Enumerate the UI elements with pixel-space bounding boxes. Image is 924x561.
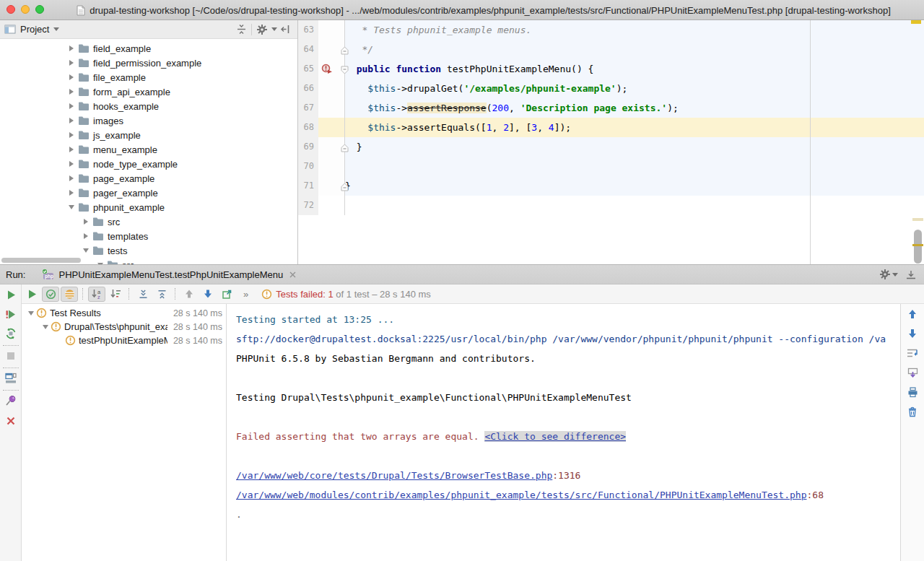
hide-panel-icon[interactable] bbox=[905, 269, 917, 280]
fold-marker-up[interactable] bbox=[341, 45, 349, 58]
code-line-64[interactable]: 64 */ bbox=[298, 40, 924, 59]
rerun-failed-icon[interactable] bbox=[5, 308, 17, 320]
chevron-right-icon[interactable] bbox=[66, 190, 77, 196]
up-stack-icon[interactable] bbox=[907, 308, 918, 320]
project-tree-item-field_permission_example[interactable]: field_permission_example bbox=[0, 56, 297, 70]
code-line-71[interactable]: 71} bbox=[298, 176, 924, 196]
project-tree-item-form_api_example[interactable]: form_api_example bbox=[0, 84, 297, 99]
zoom-window-button[interactable] bbox=[35, 5, 44, 14]
export-test-results-icon[interactable] bbox=[218, 287, 235, 302]
show-ignored-icon[interactable] bbox=[61, 287, 78, 302]
show-passed-icon[interactable] bbox=[42, 287, 59, 302]
fold-marker-up[interactable] bbox=[341, 142, 349, 155]
minimize-window-button[interactable] bbox=[21, 5, 30, 14]
gear-icon[interactable] bbox=[254, 22, 270, 37]
chevron-right-icon[interactable] bbox=[66, 118, 77, 123]
project-panel-header[interactable]: Project bbox=[0, 20, 297, 39]
chevron-right-icon[interactable] bbox=[81, 219, 91, 225]
rerun-icon[interactable] bbox=[23, 287, 40, 302]
code-line-70[interactable]: 70 bbox=[298, 157, 924, 176]
clear-console-icon[interactable] bbox=[907, 406, 918, 417]
project-tree-item-js_example[interactable]: js_example bbox=[0, 128, 297, 142]
scroll-end-icon[interactable] bbox=[907, 367, 918, 378]
fold-marker-down[interactable] bbox=[341, 64, 349, 77]
print-icon[interactable] bbox=[907, 386, 918, 398]
project-tree-item-pager_example[interactable]: pager_example bbox=[0, 186, 297, 200]
code-line-72[interactable]: 72 bbox=[298, 196, 924, 215]
chevron-right-icon[interactable] bbox=[66, 89, 77, 95]
project-tree-item-templates[interactable]: templates bbox=[0, 229, 297, 243]
console-link[interactable]: /var/www/web/modules/contrib/examples/ph… bbox=[236, 490, 807, 500]
pin-icon[interactable] bbox=[5, 395, 17, 406]
toolbar-overflow-icon[interactable]: » bbox=[243, 289, 248, 300]
auto-test-icon[interactable] bbox=[5, 328, 17, 339]
project-tree: field_examplefield_permission_examplefil… bbox=[0, 39, 297, 264]
gear-icon[interactable] bbox=[879, 269, 898, 280]
prev-failed-icon[interactable] bbox=[180, 287, 198, 302]
project-tree-item-images[interactable]: images bbox=[0, 113, 297, 128]
console-layout-icon[interactable] bbox=[5, 373, 17, 384]
chevron-down-icon[interactable] bbox=[53, 27, 59, 31]
console-link[interactable]: /var/www/web/core/tests/Drupal/Tests/Bro… bbox=[236, 470, 552, 481]
chevron-right-icon[interactable] bbox=[66, 60, 77, 66]
sort-duration-icon[interactable] bbox=[107, 287, 124, 302]
close-icon[interactable] bbox=[289, 271, 297, 279]
error-stripe-mark[interactable] bbox=[911, 20, 921, 24]
close-window-button[interactable] bbox=[6, 5, 15, 14]
test-tree-row[interactable]: Drupal\Tests\phpunit_example\Functional\… bbox=[22, 320, 226, 334]
expand-all-icon[interactable] bbox=[134, 287, 152, 302]
collapse-all-tests-icon[interactable] bbox=[153, 287, 170, 302]
run-configuration-tab[interactable]: php PHPUnitExampleMenuTest.testPhpUnitEx… bbox=[35, 265, 302, 284]
project-tree-item-hooks_example[interactable]: hooks_example bbox=[0, 99, 297, 113]
chevron-right-icon[interactable] bbox=[66, 161, 77, 167]
chevron-down-icon[interactable] bbox=[26, 311, 36, 316]
project-tree-item-node_type_example[interactable]: node_type_example bbox=[0, 157, 297, 171]
down-stack-icon[interactable] bbox=[907, 328, 918, 339]
code-line-66[interactable]: 66 $this->drupalGet('/examples/phpunit-e… bbox=[298, 79, 924, 98]
stop-icon[interactable] bbox=[5, 350, 17, 362]
project-tree-item-src[interactable]: src bbox=[0, 214, 297, 229]
project-tree-item-field_example[interactable]: field_example bbox=[0, 41, 297, 56]
chevron-right-icon[interactable] bbox=[66, 147, 77, 152]
collapse-all-icon[interactable] bbox=[233, 22, 249, 37]
code-line-68[interactable]: 68 $this->assertEquals([1, 2], [3, 4]); bbox=[298, 118, 924, 137]
editor-vertical-scrollbar[interactable] bbox=[914, 230, 922, 264]
console-link[interactable]: <Click to see difference> bbox=[484, 431, 626, 442]
project-tree-item-tests[interactable]: tests bbox=[0, 243, 297, 258]
chevron-right-icon[interactable] bbox=[66, 45, 77, 51]
chevron-down-icon[interactable] bbox=[66, 205, 77, 209]
code-line-67[interactable]: 67 $this->assertResponse(200, 'Descripti… bbox=[298, 98, 924, 118]
chevron-down-icon[interactable] bbox=[40, 325, 51, 329]
sort-alpha-icon[interactable]: az bbox=[88, 287, 105, 302]
project-horizontal-scrollbar[interactable] bbox=[1, 258, 81, 263]
chevron-right-icon[interactable] bbox=[66, 74, 77, 80]
run-console[interactable]: Testing started at 13:25 ...sftp://docke… bbox=[227, 304, 900, 561]
test-tree-row[interactable]: Test Results28 s 140 ms bbox=[22, 306, 226, 320]
gear-dropdown-chevron[interactable] bbox=[271, 27, 277, 31]
test-duration: 28 s 140 ms bbox=[167, 336, 226, 346]
chevron-right-icon[interactable] bbox=[66, 132, 77, 138]
project-tree-item-menu_example[interactable]: menu_example bbox=[0, 142, 297, 157]
project-tree-item-file_example[interactable]: file_example bbox=[0, 70, 297, 84]
project-tree-item-page_example[interactable]: page_example bbox=[0, 171, 297, 186]
next-failed-icon[interactable] bbox=[199, 287, 217, 302]
code-line-65[interactable]: 65 public function testPhpUnitExampleMen… bbox=[298, 59, 924, 79]
test-tree-row[interactable]: testPhpUnitExampleMenu28 s 140 ms bbox=[22, 334, 226, 347]
soft-wrap-icon[interactable] bbox=[907, 347, 918, 359]
code-line-63[interactable]: 63 * Tests phpunit_example menus. bbox=[298, 20, 924, 40]
code-editor[interactable]: 63 * Tests phpunit_example menus.64 */65… bbox=[298, 20, 924, 264]
folder-icon bbox=[78, 173, 90, 183]
tests-failed-count: Tests failed: 1 bbox=[276, 289, 334, 300]
code-line-69[interactable]: 69 } bbox=[298, 137, 924, 157]
chevron-right-icon[interactable] bbox=[66, 175, 77, 181]
hide-panel-icon[interactable] bbox=[277, 22, 293, 37]
fold-marker-up[interactable] bbox=[341, 181, 349, 194]
close-icon[interactable] bbox=[5, 415, 17, 427]
chevron-right-icon[interactable] bbox=[81, 233, 91, 239]
project-tree-item-phpunit_example[interactable]: phpunit_example bbox=[0, 200, 297, 214]
rerun-icon[interactable] bbox=[5, 289, 17, 300]
error-stripe-mark-faded[interactable] bbox=[912, 218, 923, 221]
chevron-right-icon[interactable] bbox=[66, 103, 77, 109]
test-failed-icon[interactable] bbox=[321, 64, 333, 77]
chevron-down-icon[interactable] bbox=[81, 248, 91, 253]
